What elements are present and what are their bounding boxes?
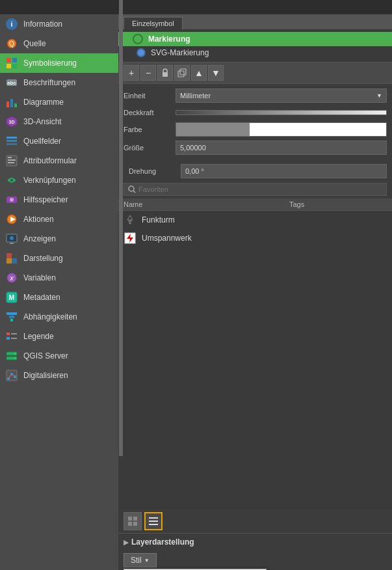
table-cell-name: Funkturm [142,215,175,224]
einheit-value[interactable]: Millimeter ▼ [176,88,387,103]
svg-rect-27 [10,243,14,244]
svg-marker-58 [127,215,133,220]
search-input[interactable] [138,185,382,193]
tower-icon [124,213,137,226]
sidebar-item-3d[interactable]: 3D 3D-Ansicht [0,112,118,131]
deckkraft-slider[interactable] [176,110,387,115]
sidebar-item-aktionen[interactable]: Aktionen [0,210,118,229]
grid-view-button[interactable] [124,512,142,530]
search-bar[interactable] [124,183,387,196]
tab-einzelsymbol[interactable]: Einzelsymbol [124,17,183,29]
svg-rect-31 [7,258,12,264]
sidebar-item-verknuepfungen[interactable]: Verknüpfungen [0,170,118,190]
svg-point-23 [10,198,14,202]
sidebar-item-darstellung[interactable]: Darstellung [0,249,118,268]
svg-line-57 [133,191,135,193]
svg-rect-5 [12,64,17,68]
sidebar-item-label: Diagramme [23,98,64,107]
sidebar-item-digitalisieren[interactable]: Digitalisieren [0,366,118,385]
sidebar-item-beschriftungen[interactable]: abc Beschriftungen [0,73,118,92]
tree-item-label: Markierung [148,34,190,44]
sidebar-item-anzeigen[interactable]: Anzeigen [0,229,118,249]
list-view-button[interactable] [144,512,163,530]
svg-rect-65 [133,517,137,521]
add-button[interactable]: + [124,65,139,81]
tree-item-svg-markierung[interactable]: SVG-Markierung [118,46,392,59]
sidebar-item-label: Quelle [23,39,46,48]
sidebar-item-label: Beschriftungen [23,78,75,87]
svg-rect-10 [14,103,17,107]
svg-point-52 [14,375,16,378]
sidebar-item-metadaten[interactable]: M Metadaten [0,288,118,307]
right-panel: Einzelsymbol ▼ Markierung SVG-Markierung… [118,14,392,570]
svg-rect-67 [133,522,137,526]
layer-display-toggle[interactable]: ▶ Layerdarstellung [124,537,387,547]
sidebar-item-label: Attributformular [23,156,77,165]
remove-button[interactable]: − [140,65,156,81]
move-up-button[interactable]: ▲ [191,65,207,81]
sidebar-item-variablen[interactable]: x Variablen [0,268,118,288]
sidebar-item-diagramme[interactable]: Diagramme [0,92,118,112]
farbe-value[interactable] [176,122,387,137]
svg-point-20 [8,179,10,182]
sidebar-item-label: 3D-Ansicht [23,117,62,126]
sidebar: i Information Q Quelle Symbolisierung [0,14,118,570]
svg-point-50 [7,377,10,380]
drehung-side-marker [119,14,123,456]
legend-icon [5,330,18,343]
table-row[interactable]: Umspannwerk [118,229,392,247]
col-header-tags: Tags [289,200,387,208]
sidebar-item-abhaengigkeiten[interactable]: Abhängigkeiten [0,307,118,327]
sidebar-item-label: Hilfsspeicher [23,195,68,204]
source-icon: Q [5,37,18,50]
svg-point-51 [10,373,13,375]
metadata-icon: M [5,291,18,304]
stil-area: Stil ▼ Lade Stil... Speichere Stil... Al… [118,550,392,570]
groesse-label: Größe [124,144,176,152]
sidebar-item-label: Darstellung [23,254,63,263]
groesse-row: Größe 5,00000 [118,139,392,157]
sidebar-item-label: Symbolisierung [23,59,77,68]
svg-rect-29 [7,253,12,258]
svg-rect-8 [7,102,9,107]
svg-text:Q: Q [9,40,14,48]
server-icon [5,349,18,362]
farbe-row: Farbe [118,120,392,139]
chevron-right-icon: ▶ [124,539,129,546]
main-layout: i Information Q Quelle Symbolisierung [0,14,392,570]
sidebar-item-symbolisierung[interactable]: Symbolisierung [0,53,118,73]
view-toggle [118,509,392,533]
svg-text:x: x [9,274,14,282]
svg-rect-19 [8,162,14,163]
sidebar-item-information[interactable]: i Information [0,14,118,34]
sidebar-item-attributformular[interactable]: Attributformular [0,151,118,170]
table-row[interactable]: Funkturm [118,211,392,229]
sidebar-item-quellfelder[interactable]: Quellfelder [0,131,118,151]
svg-rect-2 [7,58,11,62]
lightning-icon [124,232,137,245]
sidebar-item-hilfsspeicher[interactable]: Hilfsspeicher [0,190,118,210]
tree-item-markierung[interactable]: ▼ Markierung [118,32,392,46]
sidebar-item-label: Verknüpfungen [23,176,76,185]
drehung-value[interactable]: 0,00 ° [181,164,387,178]
sidebar-item-legende[interactable]: Legende [0,327,118,346]
svg-rect-66 [128,522,132,526]
diagram-icon [5,96,18,109]
lock-button[interactable] [157,65,173,81]
sidebar-item-quelle[interactable]: Q Quelle [0,34,118,53]
stil-button[interactable]: Stil ▼ [124,553,157,567]
sidebar-item-label: Digitalisieren [23,371,68,380]
svg-rect-13 [7,137,17,139]
link-icon [5,174,18,187]
sidebar-item-label: Quellfelder [23,137,61,146]
deckkraft-label: Deckkraft [124,109,176,116]
einheit-label: Einheit [124,92,176,100]
sidebar-item-qgis-server[interactable]: QGIS Server [0,346,118,366]
action-icon [5,213,18,226]
move-down-button[interactable]: ▼ [208,65,224,81]
duplicate-button[interactable] [174,65,190,81]
groesse-value[interactable]: 5,00000 [176,141,387,155]
markierung-icon [133,34,143,44]
svg-rect-64 [128,517,132,521]
svg-rect-18 [8,159,16,161]
